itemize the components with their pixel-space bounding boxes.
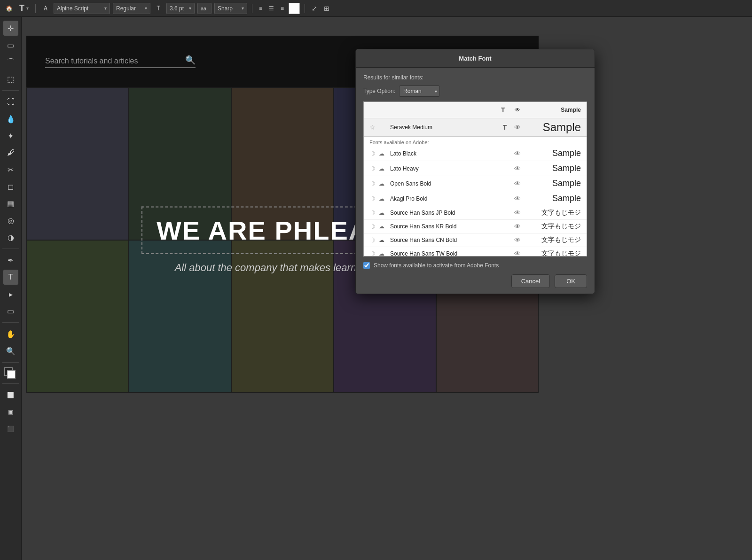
cloud-icon-5: ☁ (379, 223, 388, 230)
screen-mode-icon[interactable]: ▣ (3, 404, 18, 420)
font-header-eye: 👁 (510, 107, 525, 113)
character-panel-icon[interactable]: ⊞ (322, 4, 331, 13)
tool-separator-1 (2, 90, 19, 91)
type-option-select[interactable]: Roman Japanese Korean Chinese (399, 86, 440, 97)
font-item-3[interactable]: ☽ ☁ Akagi Pro Bold 👁 Sample (364, 191, 587, 206)
eyedropper-tool[interactable]: 💧 (3, 111, 18, 126)
tool-separator-2 (2, 249, 19, 249)
eye-icon-top[interactable]: 👁 (510, 124, 525, 131)
canvas-area: Search tutorials and articles 🔍 WE ARE (22, 17, 752, 560)
star-icon-top[interactable]: ☆ (369, 124, 379, 131)
eye-icon-5[interactable]: 👁 (510, 223, 525, 230)
font-family-dropdown[interactable]: Alpine Script ▾ (54, 3, 110, 14)
object-select-tool[interactable]: ⬚ (3, 71, 18, 86)
align-left-button[interactable]: ≡ (257, 4, 264, 13)
zoom-tool[interactable]: 🔍 (3, 343, 18, 358)
home-icon[interactable]: 🏠 (4, 4, 15, 13)
adobe-fonts-checkbox-label: Show fonts available to activate from Ad… (374, 262, 499, 269)
star-icon-6[interactable]: ☽ (369, 236, 379, 244)
font-sample-0: Sample (525, 148, 581, 158)
move-tool[interactable]: ✛ (3, 21, 18, 36)
font-sample-7: 文字もじモジ (525, 249, 581, 257)
font-item-4[interactable]: ☽ ☁ Source Han Sans JP Bold 👁 文字もじモジ (364, 206, 587, 220)
star-icon-5[interactable]: ☽ (369, 223, 379, 230)
pen-tool[interactable]: ✒ (3, 253, 18, 268)
font-name-6: Source Han Sans CN Bold (388, 237, 499, 243)
font-item-6[interactable]: ☽ ☁ Source Han Sans CN Bold 👁 文字もじモジ (364, 233, 587, 247)
crop-tool[interactable]: ⛶ (3, 94, 18, 109)
cloud-icon-6: ☁ (379, 237, 388, 243)
search-input-text[interactable]: Search tutorials and articles (45, 57, 181, 65)
eye-icon-0[interactable]: 👁 (510, 150, 525, 157)
clone-stamp-tool[interactable]: ✂ (3, 162, 18, 177)
star-icon-2[interactable]: ☽ (369, 180, 379, 187)
cloud-icon-4: ☁ (379, 210, 388, 216)
align-center-button[interactable]: ☰ (267, 4, 276, 13)
warp-text-icon[interactable]: ⤢ (310, 4, 319, 13)
tool-separator-4 (2, 362, 19, 363)
eraser-tool[interactable]: ◻ (3, 179, 18, 194)
text-color-swatch[interactable] (289, 3, 300, 14)
font-item-1[interactable]: ☽ ☁ Lato Heavy 👁 Sample (364, 161, 587, 176)
cancel-button[interactable]: Cancel (511, 274, 550, 288)
cloud-icon-1: ☁ (379, 165, 388, 172)
cloud-icon-2: ☁ (379, 180, 388, 187)
checkbox-row: Show fonts available to activate from Ad… (363, 262, 587, 269)
match-font-dialog[interactable]: Match Font Results for similar fonts: Ty… (355, 49, 595, 294)
type-tool-indicator[interactable]: T ▾ (17, 2, 31, 14)
frame-tool-icon[interactable]: ⬛ (3, 421, 18, 436)
lasso-tool[interactable]: ⌒ (3, 54, 18, 70)
font-item-top-match[interactable]: ☆ Seravek Medium T 👁 Sample (364, 118, 587, 137)
shape-tool[interactable]: ▭ (3, 303, 18, 319)
star-icon-3[interactable]: ☽ (369, 195, 379, 202)
cloud-icon-0: ☁ (379, 150, 388, 157)
rectangle-select-tool[interactable]: ▭ (3, 38, 18, 53)
align-right-button[interactable]: ≡ (279, 4, 286, 13)
hero-cell-6 (26, 240, 129, 393)
font-item-0[interactable]: ☽ ☁ Lato Black 👁 Sample (364, 146, 587, 161)
eye-icon-3[interactable]: 👁 (510, 195, 525, 202)
eye-icon-4[interactable]: 👁 (510, 209, 525, 217)
font-size-dropdown[interactable]: 3.6 pt ▾ (166, 3, 195, 14)
font-item-2[interactable]: ☽ ☁ Open Sans Bold 👁 Sample (364, 176, 587, 191)
font-item-7[interactable]: ☽ ☁ Source Han Sans TW Bold 👁 文字もじモジ (364, 247, 587, 257)
font-size-icon[interactable]: Ａ (40, 3, 51, 14)
color-picker[interactable] (3, 366, 18, 380)
font-name-0: Lato Black (388, 150, 499, 157)
aa-label: aa (201, 6, 206, 11)
results-label-row: Results for similar fonts: (363, 74, 587, 81)
star-icon-1[interactable]: ☽ (369, 165, 379, 172)
search-icon[interactable]: 🔍 (185, 55, 196, 65)
star-icon-4[interactable]: ☽ (369, 209, 379, 217)
healing-brush-tool[interactable]: ✦ (3, 128, 18, 143)
eye-icon-1[interactable]: 👁 (510, 165, 525, 172)
adobe-fonts-checkbox[interactable] (363, 262, 370, 269)
font-sample-5: 文字もじモジ (525, 222, 581, 231)
ok-button[interactable]: OK (555, 274, 587, 288)
dialog-body: Results for similar fonts: Type Option: … (356, 68, 595, 257)
dodge-tool[interactable]: ◑ (3, 230, 18, 245)
font-item-5[interactable]: ☽ ☁ Source Han Sans KR Bold 👁 文字もじモジ (364, 220, 587, 233)
blur-tool[interactable]: ◎ (3, 213, 18, 228)
font-name-4: Source Han Sans JP Bold (388, 210, 499, 216)
eye-icon-6[interactable]: 👁 (510, 236, 525, 244)
hand-tool[interactable]: ✋ (3, 327, 18, 342)
star-icon-0[interactable]: ☽ (369, 150, 379, 157)
font-list-container[interactable]: T 👁 Sample ☆ Seravek Medium T 👁 Sample (363, 101, 587, 257)
gradient-tool[interactable]: ▦ (3, 196, 18, 211)
brush-tool[interactable]: 🖌 (3, 145, 18, 160)
sharpness-dropdown[interactable]: Sharp ▾ (214, 3, 247, 14)
type-option-row: Type Option: Roman Japanese Korean Chine… (363, 86, 587, 97)
font-sample-2: Sample (525, 179, 581, 188)
aa-dropdown[interactable]: aa (197, 3, 212, 14)
eye-icon-2[interactable]: 👁 (510, 180, 525, 187)
dialog-titlebar: Match Font (356, 49, 595, 68)
star-icon-7[interactable]: ☽ (369, 250, 379, 257)
eye-icon-7[interactable]: 👁 (510, 250, 525, 257)
mask-mode-icon[interactable]: ⬜ (3, 388, 18, 403)
font-style-dropdown[interactable]: Regular ▾ (113, 3, 150, 14)
cloud-icon-7: ☁ (379, 250, 388, 257)
font-sample-3: Sample (525, 194, 581, 203)
path-select-tool[interactable]: ▸ (3, 287, 18, 302)
type-tool[interactable]: T (3, 270, 18, 285)
